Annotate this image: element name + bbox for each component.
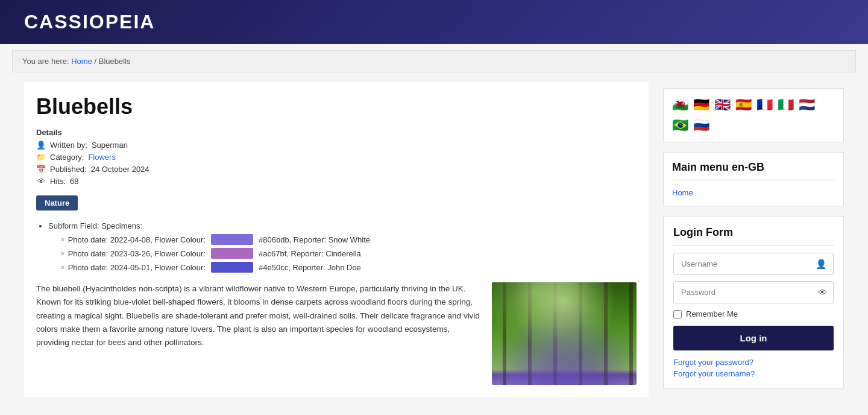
menu-title: Main menu en-GB: [672, 161, 835, 180]
article-image: [492, 282, 637, 385]
specimen-3-detail: #4e50cc, Reporter: John Doe: [259, 263, 361, 272]
article-body: The bluebell (Hyacinthoides non-scripta)…: [36, 282, 637, 385]
widget-main-menu: Main menu en-GB Home: [663, 152, 844, 206]
specimen-3-text: Photo date: 2024-05-01, Flower Colour:: [68, 263, 206, 272]
flag-france[interactable]: 🇫🇷: [756, 97, 773, 113]
category-label: Category:: [50, 153, 84, 162]
user-input-icon: 👤: [810, 259, 833, 270]
article-title: Bluebells: [36, 94, 637, 119]
remember-checkbox[interactable]: [673, 310, 682, 318]
forgot-username-link[interactable]: Forgot your username?: [673, 369, 834, 378]
flag-germany[interactable]: 🇩🇪: [693, 97, 709, 113]
article-details: Details 👤 Written by: Superman 📁 Categor…: [36, 128, 637, 186]
flag-russia[interactable]: 🇷🇺: [693, 118, 709, 133]
login-title: Login Form: [673, 226, 834, 246]
user-icon: 👤: [36, 141, 46, 150]
password-eye-icon[interactable]: 👁: [812, 287, 833, 297]
specimen-2-text: Photo date: 2023-03-26, Flower Colour:: [68, 249, 206, 258]
flag-italy[interactable]: 🇮🇹: [778, 97, 794, 113]
specimen-1-swatch: [211, 234, 253, 245]
category-link[interactable]: Flowers: [88, 153, 116, 162]
login-button[interactable]: Log in: [673, 326, 834, 350]
eye-icon: 👁: [36, 177, 46, 186]
published-row: 📅 Published: 24 October 2024: [36, 165, 637, 174]
breadcrumb-prefix: You are here:: [22, 57, 69, 66]
specimen-2-swatch: [211, 248, 253, 259]
login-links: Forgot your password? Forgot your userna…: [673, 358, 834, 378]
nature-tag[interactable]: Nature: [36, 195, 78, 211]
folder-icon: 📁: [36, 153, 46, 162]
menu-item-home[interactable]: Home: [672, 188, 693, 197]
password-input[interactable]: [674, 282, 812, 303]
calendar-icon: 📅: [36, 165, 46, 174]
specimen-3-swatch: [211, 262, 253, 273]
flag-netherlands[interactable]: 🇳🇱: [799, 97, 815, 113]
remember-label: Remember Me: [686, 309, 738, 318]
specimens-sublist: Photo date: 2022-04-08, Flower Colour: #…: [60, 234, 637, 273]
hits-row: 👁 Hits: 68: [36, 177, 637, 186]
flag-uk[interactable]: 🇬🇧: [714, 97, 731, 113]
details-label: Details: [36, 128, 637, 137]
widget-login: Login Form 👤 👁 Remember Me Log in Forgot…: [663, 216, 844, 388]
main-content: Bluebells Details 👤 Written by: Superman…: [24, 82, 649, 397]
forgot-password-link[interactable]: Forgot your password?: [673, 358, 834, 367]
specimen-item-1: Photo date: 2022-04-08, Flower Colour: #…: [60, 234, 637, 245]
breadcrumb-home[interactable]: Home: [71, 57, 92, 66]
published-label: Published:: [50, 165, 87, 174]
specimen-item-2: Photo date: 2023-03-26, Flower Colour: #…: [60, 248, 637, 259]
flag-wales[interactable]: 🏴󠁧󠁢󠁷󠁬󠁳󠁿: [672, 97, 688, 113]
sidebar: 🏴󠁧󠁢󠁷󠁬󠁳󠁿 🇩🇪 🇬🇧 🇪🇸 🇫🇷 🇮🇹 🇳🇱 🇧🇷 🇷🇺 Main men…: [663, 82, 844, 397]
specimen-1-detail: #806bdb, Reporter: Snow White: [259, 235, 370, 244]
author-row: 👤 Written by: Superman: [36, 141, 637, 150]
site-header: CASSIOPEIA: [0, 0, 868, 44]
article-text: The bluebell (Hyacinthoides non-scripta)…: [36, 282, 480, 385]
flags-grid: 🏴󠁧󠁢󠁷󠁬󠁳󠁿 🇩🇪 🇬🇧 🇪🇸 🇫🇷 🇮🇹 🇳🇱 🇧🇷 🇷🇺: [672, 97, 835, 133]
password-field-wrap: 👁: [673, 281, 834, 303]
breadcrumb-current: Bluebells: [99, 57, 131, 66]
breadcrumb: You are here: Home / Bluebells: [12, 50, 856, 72]
category-row: 📁 Category: Flowers: [36, 153, 637, 162]
remember-me-row: Remember Me: [673, 309, 834, 318]
flag-brazil[interactable]: 🇧🇷: [672, 118, 688, 133]
username-input[interactable]: [674, 253, 810, 274]
widget-flags: 🏴󠁧󠁢󠁷󠁬󠁳󠁿 🇩🇪 🇬🇧 🇪🇸 🇫🇷 🇮🇹 🇳🇱 🇧🇷 🇷🇺: [663, 88, 844, 142]
published-date: 24 October 2024: [91, 165, 149, 174]
specimens-list: Subform Field: Specimens: Photo date: 20…: [48, 221, 637, 273]
specimen-1-text: Photo date: 2022-04-08, Flower Colour:: [68, 235, 206, 244]
username-field-wrap: 👤: [673, 253, 834, 275]
site-title: CASSIOPEIA: [24, 11, 844, 33]
hits-count: 68: [70, 177, 78, 186]
breadcrumb-separator: /: [95, 57, 99, 66]
page-layout: Bluebells Details 👤 Written by: Superman…: [12, 82, 856, 397]
specimen-item-3: Photo date: 2024-05-01, Flower Colour: #…: [60, 262, 637, 273]
flag-spain[interactable]: 🇪🇸: [735, 97, 752, 113]
specimen-2-detail: #ac67bf, Reporter: Cinderella: [259, 249, 361, 258]
author-value: Superman: [92, 141, 128, 150]
hits-label: Hits:: [50, 177, 66, 186]
forest-image: [492, 282, 637, 385]
specimens-header: Subform Field: Specimens:: [48, 221, 637, 230]
author-label: Written by:: [50, 141, 87, 150]
